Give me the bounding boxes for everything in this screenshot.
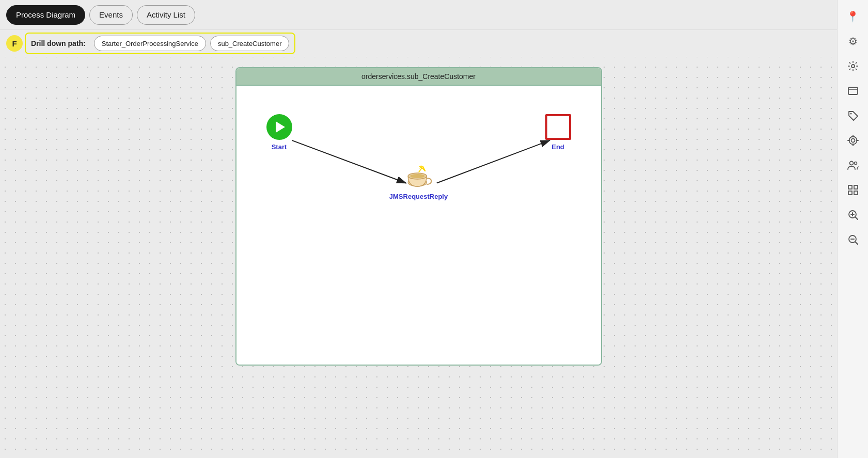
settings-icon[interactable]: ⚙ — [842, 30, 864, 53]
jms-label: JMSRequestReply — [389, 193, 448, 200]
svg-point-17 — [849, 162, 853, 165]
svg-point-6 — [410, 174, 424, 178]
diagram-header: orderservices.sub_CreateCustomer — [236, 68, 601, 86]
svg-rect-8 — [848, 87, 858, 94]
drill-path-label: Drill down path: — [31, 39, 86, 48]
svg-point-11 — [851, 139, 855, 143]
tab-activity-list[interactable]: Activity List — [137, 5, 195, 25]
svg-point-10 — [850, 113, 851, 115]
location-icon[interactable]: 📍 — [842, 5, 864, 28]
end-label: End — [551, 143, 564, 151]
window-icon[interactable] — [842, 80, 864, 102]
play-triangle-icon — [276, 121, 285, 133]
grid-icon[interactable] — [842, 179, 864, 201]
svg-rect-20 — [854, 185, 858, 189]
settings-alt-icon[interactable] — [842, 55, 864, 77]
node-jms[interactable]: JMSRequestReply — [389, 161, 448, 200]
svg-point-7 — [851, 65, 855, 68]
tab-process-diagram[interactable]: Process Diagram — [6, 5, 85, 25]
zoom-in-icon[interactable] — [842, 203, 864, 226]
start-circle-icon — [266, 114, 292, 140]
svg-rect-22 — [854, 191, 858, 195]
diagram-box: orderservices.sub_CreateCustomer — [235, 67, 602, 366]
node-start[interactable]: Start — [266, 114, 292, 151]
f-badge: F — [6, 35, 23, 52]
zoom-out-icon[interactable] — [842, 228, 864, 251]
svg-point-18 — [854, 162, 857, 165]
svg-line-2 — [436, 140, 549, 183]
svg-line-28 — [855, 242, 858, 244]
diagram-wrapper: orderservices.sub_CreateCustomer — [235, 67, 602, 366]
jms-icon — [403, 161, 433, 191]
toolbar: Process Diagram Events Activity List — [0, 0, 837, 30]
svg-line-24 — [855, 217, 858, 219]
tag-icon[interactable] — [842, 104, 864, 127]
people-icon[interactable] — [842, 154, 864, 177]
drill-path-outline: Drill down path: Starter_OrderProcessing… — [25, 33, 295, 54]
svg-rect-19 — [848, 185, 852, 189]
node-end[interactable]: End — [545, 114, 571, 151]
diagram-body[interactable]: Start End — [236, 86, 601, 365]
breadcrumb-starter[interactable]: Starter_OrderProcessingService — [94, 36, 206, 51]
tab-events[interactable]: Events — [89, 5, 133, 25]
svg-point-12 — [849, 137, 857, 145]
start-label: Start — [272, 143, 287, 151]
end-square-icon — [545, 114, 571, 140]
drill-path-bar: F Drill down path: Starter_OrderProcessi… — [0, 30, 837, 57]
gear-detail-icon[interactable] — [842, 129, 864, 152]
svg-rect-21 — [848, 191, 852, 195]
svg-line-1 — [292, 140, 406, 183]
breadcrumb-sub[interactable]: sub_CreateCustomer — [210, 36, 290, 51]
right-sidebar: 📍 ⚙ — [837, 0, 868, 458]
